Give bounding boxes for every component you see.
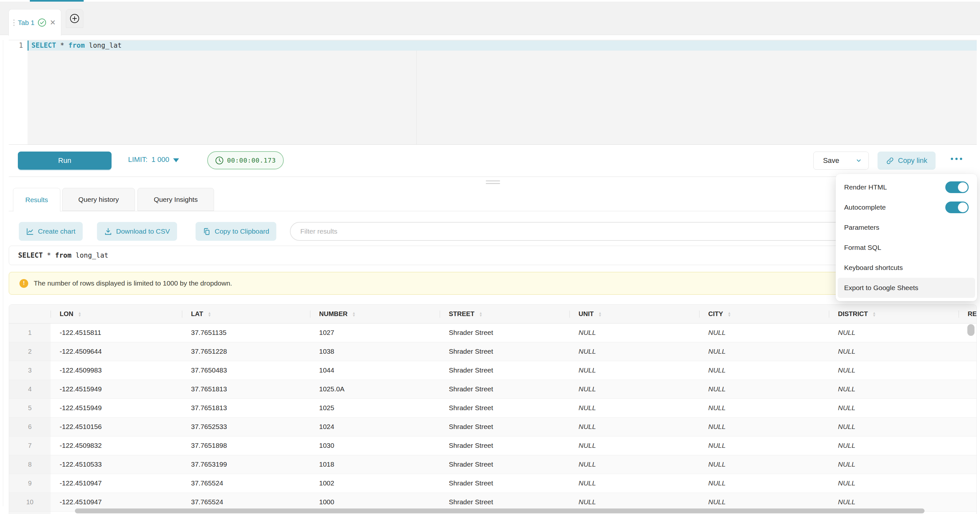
column-header-city[interactable]: CITY▲▼: [699, 305, 829, 323]
run-button[interactable]: Run: [18, 152, 111, 170]
menu-item-format-sql[interactable]: Format SQL: [836, 238, 977, 258]
limit-dropdown[interactable]: LIMIT: 1 000: [128, 155, 179, 164]
cell-street[interactable]: Shrader Street: [440, 474, 570, 493]
cell-number[interactable]: 1018: [310, 455, 440, 474]
column-header-unit[interactable]: UNIT▲▼: [570, 305, 699, 323]
cell-city[interactable]: NULL: [699, 474, 829, 493]
cell-street[interactable]: Shrader Street: [440, 323, 570, 342]
cell-unit[interactable]: NULL: [570, 455, 699, 474]
tab-results[interactable]: Results: [13, 188, 60, 212]
column-header-district[interactable]: DISTRICT▲▼: [829, 305, 959, 323]
cell-lat[interactable]: 37.7653199: [182, 455, 310, 474]
menu-item-keyboard-shortcuts[interactable]: Keyboard shortcuts: [836, 258, 977, 278]
cell-lon[interactable]: -122.4509644: [51, 342, 182, 361]
vertical-scrollbar-thumb[interactable]: [967, 324, 975, 336]
close-tab-icon[interactable]: ✕: [49, 19, 56, 26]
sort-icon[interactable]: ▲▼: [208, 311, 211, 317]
cell-street[interactable]: Shrader Street: [440, 342, 570, 361]
menu-item-render-html[interactable]: Render HTML: [836, 177, 977, 197]
cell-street[interactable]: Shrader Street: [440, 361, 570, 380]
sort-icon[interactable]: ▲▼: [598, 311, 602, 317]
sort-icon[interactable]: ▲▼: [728, 311, 731, 317]
cell-city[interactable]: NULL: [699, 436, 829, 455]
cell-street[interactable]: Shrader Street: [440, 380, 570, 399]
cell-unit[interactable]: NULL: [570, 323, 699, 342]
cell-district[interactable]: NULL: [829, 361, 959, 380]
column-header-lon[interactable]: LON▲▼: [51, 305, 182, 323]
cell-city[interactable]: NULL: [699, 455, 829, 474]
save-button[interactable]: Save: [813, 152, 849, 170]
cell-number[interactable]: 1025.0A: [310, 380, 440, 399]
cell-lon[interactable]: -122.4515949: [51, 380, 182, 399]
cell-re[interactable]: [959, 361, 977, 380]
sort-icon[interactable]: ▲▼: [872, 311, 876, 317]
cell-lon[interactable]: -122.4510156: [51, 417, 182, 436]
tab-query-insights[interactable]: Query Insights: [137, 188, 214, 211]
cell-city[interactable]: NULL: [699, 380, 829, 399]
toggle-on[interactable]: [945, 201, 969, 213]
cell-re[interactable]: [959, 474, 977, 493]
cell-number[interactable]: 1044: [310, 361, 440, 380]
cell-lat[interactable]: 37.765524: [182, 474, 310, 493]
cell-unit[interactable]: NULL: [570, 361, 699, 380]
cell-re[interactable]: [959, 399, 977, 417]
cell-district[interactable]: NULL: [829, 323, 959, 342]
horizontal-scrollbar-thumb[interactable]: [75, 509, 924, 513]
column-header-number[interactable]: NUMBER▲▼: [310, 305, 440, 323]
cell-street[interactable]: Shrader Street: [440, 436, 570, 455]
cell-re[interactable]: [959, 417, 977, 436]
cell-district[interactable]: NULL: [829, 399, 959, 417]
cell-lat[interactable]: 37.7651228: [182, 342, 310, 361]
save-dropdown-button[interactable]: [849, 152, 869, 170]
more-options-button[interactable]: [951, 158, 962, 160]
cell-unit[interactable]: NULL: [570, 342, 699, 361]
menu-item-export-to-google-sheets[interactable]: Export to Google Sheets: [838, 278, 975, 298]
cell-street[interactable]: Shrader Street: [440, 455, 570, 474]
cell-city[interactable]: NULL: [699, 323, 829, 342]
menu-item-parameters[interactable]: Parameters: [836, 217, 977, 238]
toggle-on[interactable]: [945, 181, 969, 193]
cell-district[interactable]: NULL: [829, 436, 959, 455]
cell-re[interactable]: [959, 455, 977, 474]
cell-number[interactable]: 1038: [310, 342, 440, 361]
cell-district[interactable]: NULL: [829, 455, 959, 474]
sql-code-line[interactable]: SELECT * from long_lat: [32, 42, 122, 49]
cell-re[interactable]: [959, 493, 977, 511]
cell-unit[interactable]: NULL: [570, 417, 699, 436]
column-header-re[interactable]: RE▲▼: [959, 305, 977, 323]
cell-re[interactable]: [959, 342, 977, 361]
tab-query-history[interactable]: Query history: [62, 188, 135, 211]
cell-district[interactable]: NULL: [829, 342, 959, 361]
cell-unit[interactable]: NULL: [570, 436, 699, 455]
drag-grip-icon[interactable]: [13, 19, 14, 26]
cell-lat[interactable]: 37.7652533: [182, 417, 310, 436]
cell-district[interactable]: NULL: [829, 417, 959, 436]
cell-lat[interactable]: 37.7651813: [182, 399, 310, 417]
cell-lat[interactable]: 37.7650483: [182, 361, 310, 380]
cell-city[interactable]: NULL: [699, 342, 829, 361]
create-chart-button[interactable]: Create chart: [19, 222, 83, 241]
sort-icon[interactable]: ▲▼: [479, 311, 482, 317]
cell-unit[interactable]: NULL: [570, 399, 699, 417]
cell-district[interactable]: NULL: [829, 380, 959, 399]
cell-re[interactable]: [959, 511, 977, 514]
cell-lon[interactable]: -122.4515811: [51, 323, 182, 342]
cell-lon[interactable]: -122.4510947: [51, 474, 182, 493]
cell-lon[interactable]: -122.4510533: [51, 455, 182, 474]
cell-lat[interactable]: 37.7651898: [182, 436, 310, 455]
cell-unit[interactable]: NULL: [570, 380, 699, 399]
copy-link-button[interactable]: Copy link: [878, 152, 935, 170]
cell-number[interactable]: 1002: [310, 474, 440, 493]
cell-re[interactable]: [959, 436, 977, 455]
cell-district[interactable]: NULL: [829, 474, 959, 493]
cell-lon[interactable]: -122.4515949: [51, 399, 182, 417]
cell-lon[interactable]: -122.4509832: [51, 436, 182, 455]
sort-icon[interactable]: ▲▼: [78, 311, 81, 317]
cell-lat[interactable]: 37.7651135: [182, 323, 310, 342]
cell-city[interactable]: NULL: [699, 399, 829, 417]
cell-unit[interactable]: NULL: [570, 474, 699, 493]
download-csv-button[interactable]: Download to CSV: [97, 222, 177, 241]
cell-re[interactable]: [959, 380, 977, 399]
cell-street[interactable]: Shrader Street: [440, 399, 570, 417]
split-drag-handle[interactable]: [486, 180, 500, 186]
